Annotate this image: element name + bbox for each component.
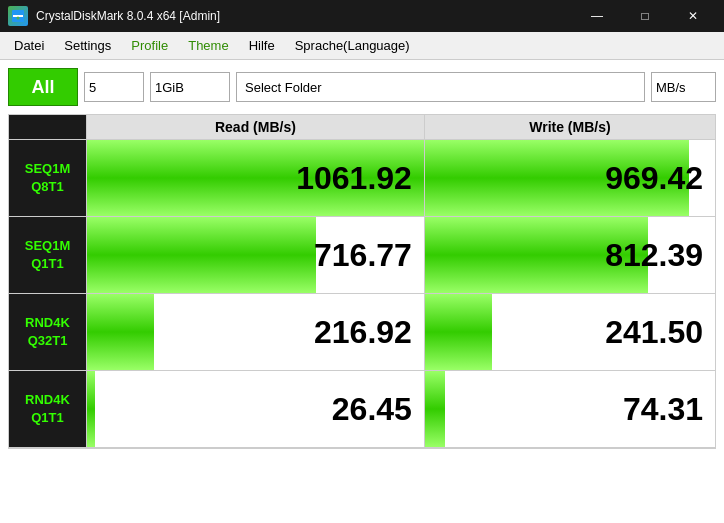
window-title: CrystalDiskMark 8.0.4 x64 [Admin] bbox=[36, 9, 574, 23]
table-row: RND4KQ1T126.4574.31 bbox=[9, 371, 716, 448]
title-bar: CrystalDiskMark 8.0.4 x64 [Admin] — □ ✕ bbox=[0, 0, 724, 32]
col-read-header: Read (MB/s) bbox=[87, 115, 425, 140]
read-cell-1: 716.77 bbox=[87, 217, 425, 294]
col-label-header bbox=[9, 115, 87, 140]
write-cell-1: 812.39 bbox=[424, 217, 715, 294]
write-cell-3: 74.31 bbox=[424, 371, 715, 448]
main-content: All 1359 16MiB64MiB256MiB1GiB4GiB16GiB64… bbox=[0, 60, 724, 523]
table-row: RND4KQ32T1216.92241.50 bbox=[9, 294, 716, 371]
read-value-1: 716.77 bbox=[87, 217, 424, 293]
menu-item-hilfe[interactable]: Hilfe bbox=[239, 32, 285, 59]
read-cell-0: 1061.92 bbox=[87, 140, 425, 217]
row-label-1: SEQ1MQ1T1 bbox=[9, 217, 87, 294]
write-value-1: 812.39 bbox=[425, 217, 715, 293]
write-cell-2: 241.50 bbox=[424, 294, 715, 371]
read-value-0: 1061.92 bbox=[87, 140, 424, 216]
col-write-header: Write (MB/s) bbox=[424, 115, 715, 140]
menu-item-theme[interactable]: Theme bbox=[178, 32, 238, 59]
app-icon bbox=[8, 6, 28, 26]
units-select[interactable]: MB/sGB/sIOPSμs bbox=[651, 72, 716, 102]
folder-select-wrapper: Select Folder bbox=[236, 72, 645, 102]
menu-bar: DateiSettingsProfileThemeHilfeSprache(La… bbox=[0, 32, 724, 60]
benchmark-table: Read (MB/s) Write (MB/s) SEQ1MQ8T11061.9… bbox=[8, 114, 716, 448]
menu-item-datei[interactable]: Datei bbox=[4, 32, 54, 59]
read-value-2: 216.92 bbox=[87, 294, 424, 370]
menu-item-sprache[interactable]: Sprache(Language) bbox=[285, 32, 420, 59]
close-button[interactable]: ✕ bbox=[670, 0, 716, 32]
menu-item-settings[interactable]: Settings bbox=[54, 32, 121, 59]
size-select[interactable]: 16MiB64MiB256MiB1GiB4GiB16GiB64GiB bbox=[150, 72, 230, 102]
write-cell-0: 969.42 bbox=[424, 140, 715, 217]
write-value-0: 969.42 bbox=[425, 140, 715, 216]
row-label-2: RND4KQ32T1 bbox=[9, 294, 87, 371]
bottom-bar bbox=[8, 448, 716, 478]
svg-point-2 bbox=[17, 17, 20, 20]
window-controls: — □ ✕ bbox=[574, 0, 716, 32]
write-value-3: 74.31 bbox=[425, 371, 715, 447]
folder-select[interactable]: Select Folder bbox=[236, 72, 645, 102]
read-cell-3: 26.45 bbox=[87, 371, 425, 448]
minimize-button[interactable]: — bbox=[574, 0, 620, 32]
row-label-0: SEQ1MQ8T1 bbox=[9, 140, 87, 217]
table-row: SEQ1MQ8T11061.92969.42 bbox=[9, 140, 716, 217]
maximize-button[interactable]: □ bbox=[622, 0, 668, 32]
read-cell-2: 216.92 bbox=[87, 294, 425, 371]
count-select[interactable]: 1359 bbox=[84, 72, 144, 102]
write-value-2: 241.50 bbox=[425, 294, 715, 370]
read-value-3: 26.45 bbox=[87, 371, 424, 447]
all-button[interactable]: All bbox=[8, 68, 78, 106]
toolbar: All 1359 16MiB64MiB256MiB1GiB4GiB16GiB64… bbox=[8, 68, 716, 106]
menu-item-profile[interactable]: Profile bbox=[121, 32, 178, 59]
table-row: SEQ1MQ1T1716.77812.39 bbox=[9, 217, 716, 294]
row-label-3: RND4KQ1T1 bbox=[9, 371, 87, 448]
